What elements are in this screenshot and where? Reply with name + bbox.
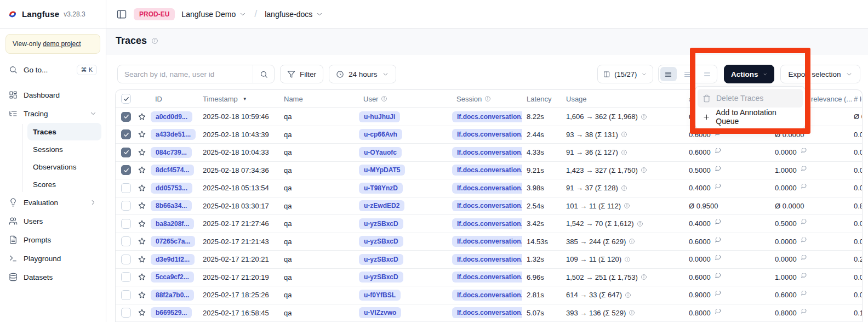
trace-id-badge[interactable]: 88f2a7b0... [151, 290, 194, 301]
menu-item-delete-traces[interactable]: Delete Traces [698, 89, 803, 108]
row-checkbox[interactable] [116, 148, 136, 157]
export-selection-button[interactable]: Export selection [780, 65, 860, 83]
user-badge[interactable]: u-zEwdED2 [359, 200, 404, 211]
bookmark-star-icon[interactable] [136, 273, 151, 281]
session-badge[interactable]: lf.docs.conversation... [452, 129, 522, 140]
user-badge[interactable]: u-T98YnzD [359, 183, 403, 194]
trace-id-badge[interactable]: b669529... [151, 307, 192, 318]
trace-id-badge[interactable]: 5cca9cf2... [151, 272, 194, 283]
table-row[interactable]: ba8a208f...2025-02-17 21:27:46qau-yzSBxc… [116, 215, 862, 233]
bookmark-star-icon[interactable] [136, 184, 151, 193]
session-badge[interactable]: lf.docs.conversation... [452, 111, 522, 122]
bookmark-star-icon[interactable] [136, 148, 151, 157]
sidebar-item-traces[interactable]: Traces [27, 123, 101, 140]
goto-search[interactable]: Go to... ⌘ K [4, 61, 101, 78]
table-row[interactable]: 07265c7a...2025-02-17 21:21:43qau-yzSBxc… [116, 233, 862, 251]
row-checkbox[interactable] [116, 272, 136, 282]
row-height-medium-button[interactable] [679, 67, 696, 81]
bookmark-star-icon[interactable] [136, 201, 151, 210]
table-row[interactable]: 88f2a7b0...2025-02-17 18:25:26qau-f0YfBS… [116, 286, 862, 304]
row-checkbox[interactable] [116, 165, 136, 175]
trace-id-badge[interactable]: a0cd0d9... [151, 111, 192, 122]
row-checkbox[interactable] [116, 129, 136, 139]
session-badge[interactable]: lf.docs.conversation... [452, 147, 522, 158]
header-timestamp[interactable]: Timestamp▼ [198, 95, 279, 103]
column-visibility-button[interactable]: (15/27) [597, 65, 653, 83]
search-input[interactable] [118, 70, 253, 78]
row-checkbox[interactable] [116, 183, 136, 193]
row-height-small-button[interactable] [660, 67, 677, 81]
trace-id-badge[interactable]: ba8a208f... [151, 218, 194, 229]
trace-id-badge[interactable]: d3e9d1f2... [151, 254, 195, 265]
sidebar-item-dashboard[interactable]: Dashboard [4, 86, 101, 104]
time-range-button[interactable]: 24 hours [329, 65, 396, 83]
sidebar-item-scores[interactable]: Scores [27, 176, 101, 193]
user-badge[interactable]: u-cp66Avh [359, 129, 402, 140]
bookmark-star-icon[interactable] [136, 219, 151, 228]
row-checkbox[interactable] [116, 255, 136, 264]
panel-toggle-icon[interactable] [116, 9, 127, 20]
bookmark-star-icon[interactable] [136, 112, 151, 121]
bookmark-star-icon[interactable] [136, 308, 151, 317]
sidebar-item-tracing[interactable]: Tracing [4, 104, 101, 123]
user-badge[interactable]: u-yzSBxcD [359, 272, 403, 283]
select-all-checkbox[interactable] [116, 94, 136, 104]
trace-id-badge[interactable]: dd05753... [151, 183, 192, 194]
user-badge[interactable]: u-MYpDAT5 [359, 165, 405, 176]
row-checkbox[interactable] [116, 236, 136, 246]
session-badge[interactable]: lf.docs.conversation... [452, 307, 522, 318]
table-row[interactable]: 8dcf4574...2025-02-18 07:34:36qau-MYpDAT… [116, 162, 862, 180]
row-checkbox[interactable] [116, 219, 136, 229]
user-badge[interactable]: u-yzSBxcD [359, 218, 403, 229]
session-badge[interactable]: lf.docs.conversation... [452, 165, 522, 176]
actions-button[interactable]: Actions [724, 65, 774, 83]
trace-id-badge[interactable]: 8dcf4574... [151, 165, 194, 176]
sidebar-item-evaluation[interactable]: Evaluation [4, 193, 101, 212]
row-checkbox[interactable] [116, 201, 136, 211]
bookmark-star-icon[interactable] [136, 291, 151, 300]
trace-id-badge[interactable]: 084c739... [151, 147, 192, 158]
trace-id-badge[interactable]: 07265c7a... [151, 236, 195, 247]
filter-button[interactable]: Filter [280, 65, 323, 83]
row-checkbox[interactable] [116, 112, 136, 122]
search-submit-button[interactable] [253, 65, 274, 83]
table-row[interactable]: 5cca9cf2...2025-02-17 21:20:19qau-yzSBxc… [116, 269, 862, 287]
row-checkbox[interactable] [116, 290, 136, 300]
trace-id-badge[interactable]: 8b66a34... [151, 200, 192, 211]
table-row[interactable]: dd05753...2025-02-18 05:13:54qau-T98YnzD… [116, 179, 862, 197]
table-row[interactable]: 8b66a34...2025-02-18 03:30:17qau-zEwdED2… [116, 197, 862, 216]
bookmark-star-icon[interactable] [136, 255, 151, 264]
sidebar-item-users[interactable]: Users [4, 212, 101, 230]
table-row[interactable]: b669529...2025-02-17 16:58:45qau-VIZzvwo… [116, 304, 862, 322]
table-row[interactable]: 084c739...2025-02-18 10:04:33qau-OYauofc… [116, 144, 862, 162]
user-badge[interactable]: u-yzSBxcD [359, 236, 403, 247]
sidebar-item-observations[interactable]: Observations [27, 158, 101, 176]
session-badge[interactable]: lf.docs.conversation... [452, 236, 522, 247]
session-badge[interactable]: lf.docs.conversation... [452, 218, 522, 229]
menu-item-add-to-annotation-queue[interactable]: Add to Annotation Queue [698, 108, 803, 126]
sidebar-item-sessions[interactable]: Sessions [27, 140, 101, 158]
sidebar-item-playground[interactable]: Playground [4, 249, 101, 268]
trace-id-badge[interactable]: a433de51... [151, 129, 196, 140]
project-selector[interactable]: langfuse-docs [265, 10, 323, 19]
sidebar-item-datasets[interactable]: Datasets [4, 268, 101, 286]
session-badge[interactable]: lf.docs.conversation... [452, 183, 522, 194]
user-badge[interactable]: u-huJhuJi [359, 111, 400, 122]
session-badge[interactable]: lf.docs.conversation... [452, 290, 522, 301]
org-selector[interactable]: Langfuse Demo [181, 10, 247, 19]
bookmark-star-icon[interactable] [136, 130, 151, 139]
row-checkbox[interactable] [116, 308, 136, 318]
user-badge[interactable]: u-VIZzvwo [359, 307, 401, 318]
session-badge[interactable]: lf.docs.conversation... [452, 254, 522, 265]
table-row[interactable]: d3e9d1f2...2025-02-17 21:20:21qau-yzSBxc… [116, 251, 862, 269]
user-badge[interactable]: u-f0YfBSL [359, 290, 401, 301]
user-badge[interactable]: u-OYauofc [359, 147, 402, 158]
bookmark-star-icon[interactable] [136, 166, 151, 174]
row-height-large-button[interactable] [699, 67, 715, 81]
session-badge[interactable]: lf.docs.conversation... [452, 200, 522, 211]
user-badge[interactable]: u-yzSBxcD [359, 254, 403, 265]
demo-project-link[interactable]: demo project [43, 40, 81, 48]
sidebar-item-prompts[interactable]: Prompts [4, 230, 101, 249]
bookmark-star-icon[interactable] [136, 237, 151, 246]
session-badge[interactable]: lf.docs.conversation... [452, 272, 522, 283]
